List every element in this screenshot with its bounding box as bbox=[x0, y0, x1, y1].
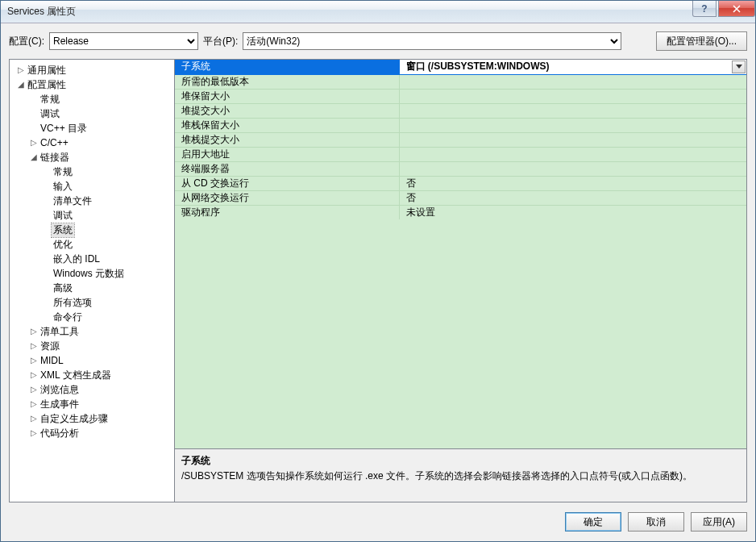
property-value[interactable] bbox=[399, 132, 746, 147]
platform-select[interactable]: 活动(Win32) bbox=[243, 32, 621, 50]
tree-item-label: 系统 bbox=[52, 223, 74, 237]
tree-item[interactable]: ▷XML 文档生成器 bbox=[10, 368, 174, 382]
dialog-buttons: 确定 取消 应用(A) bbox=[9, 512, 747, 532]
property-row[interactable]: 堆栈提交大小 bbox=[175, 132, 746, 147]
tree-expand-icon[interactable]: ▷ bbox=[29, 371, 39, 379]
property-row[interactable]: 终端服务器 bbox=[175, 161, 746, 176]
tree-expand-icon[interactable]: ▷ bbox=[16, 66, 26, 74]
tree-item-label: 资源 bbox=[39, 340, 61, 353]
tree-expand-icon[interactable]: ▷ bbox=[29, 139, 39, 147]
property-grid[interactable]: 子系统窗口 (/SUBSYSTEM:WINDOWS)所需的最低版本堆保留大小堆提… bbox=[175, 60, 746, 448]
tree-item-label: 清单工具 bbox=[39, 325, 81, 339]
property-name: 终端服务器 bbox=[175, 161, 399, 176]
tree-item[interactable]: 优化 bbox=[10, 237, 174, 252]
property-row[interactable]: 从 CD 交换运行否 bbox=[175, 176, 746, 190]
tree-item[interactable]: 清单文件 bbox=[10, 194, 174, 208]
tree-item[interactable]: ◢链接器 bbox=[10, 150, 174, 165]
tree-expand-icon[interactable]: ▷ bbox=[29, 327, 39, 336]
tree-expand-icon[interactable]: ▷ bbox=[29, 429, 39, 437]
tree-expand-icon[interactable]: ▷ bbox=[29, 356, 39, 365]
property-value[interactable] bbox=[399, 103, 746, 118]
tree-collapse-icon[interactable]: ◢ bbox=[16, 81, 26, 89]
help-button[interactable]: ? bbox=[692, 1, 717, 17]
tree-item[interactable]: VC++ 目录 bbox=[10, 121, 174, 136]
tree-item[interactable]: ▷通用属性 bbox=[10, 63, 174, 77]
tree-item-label: 代码分析 bbox=[39, 427, 81, 440]
config-manager-button[interactable]: 配置管理器(O)... bbox=[656, 31, 747, 51]
tree-item[interactable]: 输入 bbox=[10, 179, 174, 194]
tree-item[interactable]: 命令行 bbox=[10, 310, 174, 324]
tree-item[interactable]: 嵌入的 IDL bbox=[10, 252, 174, 266]
tree-item-label: 命令行 bbox=[52, 311, 84, 324]
client-area: 配置(C): Release 平台(P): 活动(Win32) 配置管理器(O)… bbox=[1, 23, 755, 541]
tree-item[interactable]: ▷C/C++ bbox=[10, 136, 174, 150]
property-value[interactable]: 否 bbox=[399, 176, 746, 190]
tree-item[interactable]: 常规 bbox=[10, 92, 174, 106]
tree-collapse-icon[interactable]: ◢ bbox=[29, 153, 39, 161]
config-select[interactable]: Release bbox=[49, 32, 198, 50]
tree-item[interactable]: ▷资源 bbox=[10, 339, 174, 353]
tree-item-label: 常规 bbox=[39, 93, 61, 106]
property-name: 堆提交大小 bbox=[175, 103, 399, 118]
property-row[interactable]: 驱动程序未设置 bbox=[175, 205, 746, 219]
tree-item[interactable]: ▷生成事件 bbox=[10, 397, 174, 411]
property-value[interactable]: 窗口 (/SUBSYSTEM:WINDOWS) bbox=[399, 60, 746, 74]
tree-item[interactable]: ▷自定义生成步骤 bbox=[10, 411, 174, 426]
property-pane: 子系统窗口 (/SUBSYSTEM:WINDOWS)所需的最低版本堆保留大小堆提… bbox=[175, 60, 746, 502]
tree-expand-icon[interactable]: ▷ bbox=[29, 342, 39, 350]
value-dropdown-button[interactable] bbox=[732, 60, 746, 73]
titlebar[interactable]: Services 属性页 ? bbox=[1, 1, 755, 23]
cancel-button[interactable]: 取消 bbox=[628, 512, 684, 532]
tree-item[interactable]: Windows 元数据 bbox=[10, 266, 174, 281]
description-panel: 子系统 /SUBSYSTEM 选项告知操作系统如何运行 .exe 文件。子系统的… bbox=[175, 448, 746, 502]
property-value[interactable]: 未设置 bbox=[399, 205, 746, 219]
close-icon bbox=[733, 5, 741, 13]
tree-item-label: 浏览信息 bbox=[39, 383, 81, 397]
tree-item-label: VC++ 目录 bbox=[39, 122, 89, 136]
tree-item[interactable]: ◢配置属性 bbox=[10, 77, 174, 92]
property-name: 启用大地址 bbox=[175, 147, 399, 161]
tree-item[interactable]: ▷代码分析 bbox=[10, 426, 174, 440]
property-name: 堆栈保留大小 bbox=[175, 118, 399, 132]
tree-expand-icon[interactable]: ▷ bbox=[29, 415, 39, 423]
property-value[interactable] bbox=[399, 118, 746, 132]
tree-item[interactable]: 调试 bbox=[10, 208, 174, 223]
tree-item[interactable]: 高级 bbox=[10, 281, 174, 295]
tree-item[interactable]: 所有选项 bbox=[10, 295, 174, 310]
property-name: 堆栈提交大小 bbox=[175, 132, 399, 147]
tree-item-label: 优化 bbox=[52, 238, 74, 252]
property-row[interactable]: 启用大地址 bbox=[175, 147, 746, 161]
property-value[interactable] bbox=[399, 161, 746, 176]
chevron-down-icon bbox=[736, 65, 742, 69]
property-row[interactable]: 子系统窗口 (/SUBSYSTEM:WINDOWS) bbox=[175, 60, 746, 74]
property-value[interactable]: 否 bbox=[399, 190, 746, 205]
tree-item-label: 通用属性 bbox=[26, 64, 68, 77]
close-button[interactable] bbox=[718, 1, 755, 17]
property-value[interactable] bbox=[399, 147, 746, 161]
description-title: 子系统 bbox=[181, 454, 740, 468]
nav-tree[interactable]: ▷通用属性◢配置属性常规调试VC++ 目录▷C/C++◢链接器常规输入清单文件调… bbox=[10, 60, 175, 502]
tree-item[interactable]: 系统 bbox=[10, 223, 174, 237]
tree-expand-icon[interactable]: ▷ bbox=[29, 386, 39, 394]
tree-expand-icon[interactable]: ▷ bbox=[29, 400, 39, 408]
tree-item[interactable]: 调试 bbox=[10, 106, 174, 121]
config-label: 配置(C): bbox=[9, 35, 44, 48]
tree-item[interactable]: ▷MIDL bbox=[10, 353, 174, 368]
apply-button[interactable]: 应用(A) bbox=[691, 512, 747, 532]
window-title: Services 属性页 bbox=[7, 5, 76, 19]
property-row[interactable]: 从网络交换运行否 bbox=[175, 190, 746, 205]
property-row[interactable]: 所需的最低版本 bbox=[175, 74, 746, 89]
tree-item[interactable]: ▷浏览信息 bbox=[10, 382, 174, 397]
tree-item[interactable]: 常规 bbox=[10, 165, 174, 179]
tree-item[interactable]: ▷清单工具 bbox=[10, 324, 174, 339]
ok-button[interactable]: 确定 bbox=[565, 512, 621, 532]
property-value[interactable] bbox=[399, 89, 746, 103]
tree-item-label: 嵌入的 IDL bbox=[52, 252, 102, 266]
property-row[interactable]: 堆栈保留大小 bbox=[175, 118, 746, 132]
tree-item-label: 调试 bbox=[52, 209, 74, 223]
property-row[interactable]: 堆保留大小 bbox=[175, 89, 746, 103]
property-row[interactable]: 堆提交大小 bbox=[175, 103, 746, 118]
dialog-window: Services 属性页 ? 配置(C): Release 平台(P): 活动(… bbox=[0, 0, 756, 542]
tree-item-label: 生成事件 bbox=[39, 398, 81, 411]
property-value[interactable] bbox=[399, 74, 746, 89]
